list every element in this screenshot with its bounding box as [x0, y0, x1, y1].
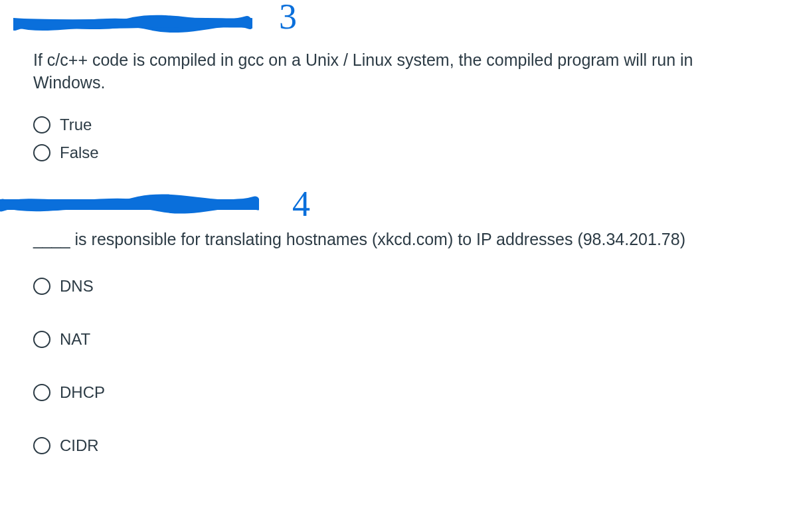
handwritten-number-4: 4 — [292, 183, 310, 224]
redaction-scribble-icon — [0, 191, 259, 218]
option-label: CIDR — [60, 436, 99, 455]
option-cidr[interactable]: CIDR — [33, 436, 764, 455]
radio-icon — [33, 331, 50, 348]
option-false[interactable]: False — [33, 143, 764, 162]
option-nat[interactable]: NAT — [33, 330, 764, 349]
question-4-options: DNS NAT DHCP CIDR — [33, 277, 764, 455]
radio-icon — [33, 116, 50, 133]
option-label: DHCP — [60, 383, 105, 402]
question-3-prompt: If c/c++ code is compiled in gcc on a Un… — [33, 49, 731, 94]
option-label: False — [60, 143, 99, 162]
option-label: NAT — [60, 330, 90, 349]
option-true[interactable]: True — [33, 116, 764, 134]
redaction-scribble-icon — [13, 12, 252, 35]
question-4: 4 ____ is responsible for translating ho… — [33, 185, 764, 456]
option-dns[interactable]: DNS — [33, 277, 764, 296]
question-3-header: 3 — [33, 0, 764, 46]
question-3: 3 If c/c++ code is compiled in gcc on a … — [33, 0, 764, 162]
question-4-header: 4 — [33, 185, 764, 226]
option-label: DNS — [60, 277, 94, 296]
radio-icon — [33, 144, 50, 161]
radio-icon — [33, 278, 50, 295]
option-dhcp[interactable]: DHCP — [33, 383, 764, 402]
radio-icon — [33, 437, 50, 454]
handwritten-number-3: 3 — [279, 0, 297, 37]
radio-icon — [33, 384, 50, 401]
question-3-options: True False — [33, 116, 764, 162]
option-label: True — [60, 116, 92, 134]
question-4-prompt: ____ is responsible for translating host… — [33, 228, 731, 251]
